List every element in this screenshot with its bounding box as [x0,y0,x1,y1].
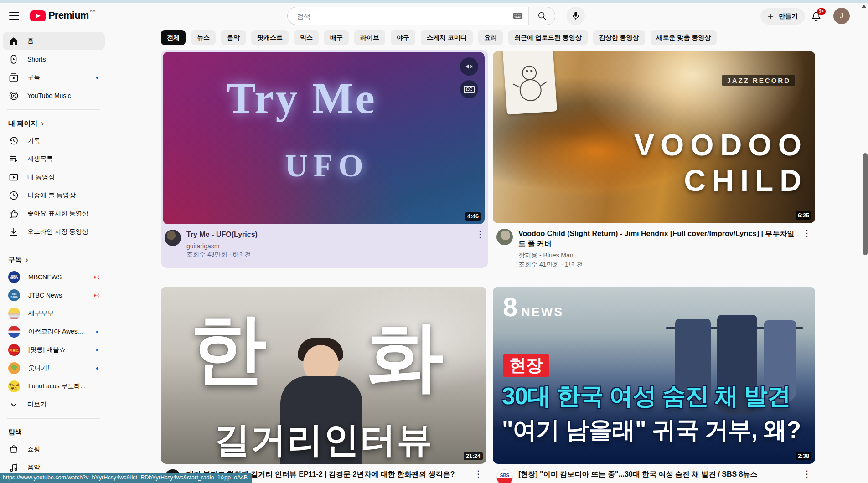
chip-watched[interactable]: 감상한 동영상 [593,30,645,45]
sidebar-channel-utdaga[interactable]: 웃다가! [3,359,105,377]
sidebar-channel-maebulshow[interactable]: 매불쇼 [팟빵] 매불쇼 [3,341,105,359]
download-icon [8,226,19,237]
video-title[interactable]: Voodoo Child (Slight Return) - Jimi Hend… [518,229,797,249]
sidebar-item-label: 기록 [27,137,40,145]
video-thumbnail[interactable]: 8 NEWS 현장 30대 한국 여성 숨진 채 발견 "여기 남을래" 귀국 … [493,287,815,464]
more-options-button[interactable]: ⋮ [474,469,483,483]
chip-live[interactable]: 라이브 [354,30,385,45]
live-icon [93,292,100,299]
channel-avatar[interactable] [496,229,513,245]
sidebar-item-label: 더보기 [27,401,46,409]
video-title[interactable]: Try Me - UFO(Lyrics) [186,230,258,240]
scrollbar-up-arrow[interactable] [862,5,866,8]
channel-avatar[interactable] [165,230,181,246]
chip-volleyball[interactable]: 배구 [324,30,349,45]
channel-name[interactable]: 장지용 - Blues Man [518,252,797,260]
chip-new-to-you[interactable]: 새로운 맞춤 동영상 [651,30,717,45]
chip-cooking[interactable]: 요리 [478,30,503,45]
sidebar-channel-jtbc-news[interactable]: jtbc news JTBC News [3,286,105,304]
sidebar-item-youtube-music[interactable]: YouTube Music [3,87,105,105]
mute-button[interactable] [460,57,478,76]
sidebar-item-subscriptions[interactable]: 구독 [3,68,105,87]
youtube-home-page: Premium KR 만들기 9+ J [0,0,868,483]
menu-button[interactable] [9,12,19,20]
scene-badge: 현장 [503,354,549,377]
captions-button[interactable]: CC [460,80,478,98]
search-input[interactable] [288,12,513,20]
sidebar-item-shorts[interactable]: Shorts [3,50,105,68]
sidebar-item-history[interactable]: 기록 [3,132,105,150]
thumbnail-text: VOODOO [634,128,808,162]
sidebar-channel-mbcnews[interactable]: mbc NEWS MBCNEWS [3,268,105,286]
logo-text: Premium [48,10,89,21]
sidebar-channel-lunolacus[interactable]: 루노 라쿠스 LunoLacus 루노라... [3,377,105,396]
sidebar-item-liked-videos[interactable]: 좋아요 표시한 동영상 [3,205,105,223]
chip-sketch-comedy[interactable]: 스케치 코미디 [421,30,473,45]
chip-recently-uploaded[interactable]: 최근에 업로드된 동영상 [508,30,588,45]
video-thumbnail[interactable]: 한 화 길거리인터뷰 21:24 [161,287,486,464]
chip-music[interactable]: 음악 [221,30,246,45]
channel-name: 세부부부 [28,309,54,318]
sidebar-item-shopping[interactable]: 쇼핑 [3,440,105,458]
sidebar-channel-sebubu[interactable]: 세부부부 [3,304,105,323]
sidebar-item-my-videos[interactable]: 내 동영상 [3,168,105,186]
video-thumbnail[interactable]: Try Me UFO CC 4:46 [163,52,485,224]
create-button[interactable]: 만들기 [760,8,805,25]
chip-podcasts[interactable]: 팟캐스트 [251,30,289,45]
home-icon [8,36,19,46]
voice-search-button[interactable] [567,7,585,25]
thumbnail-text: Try Me [227,73,377,123]
youtube-premium-logo[interactable]: Premium KR [30,10,96,21]
sidebar-item-label: 재생목록 [27,155,53,163]
sidebar-item-home[interactable]: 홈 [3,32,105,50]
more-options-button[interactable]: ⋮ [475,230,485,259]
avatar-text: SBS [500,473,510,478]
logo-text: 8 [503,294,517,320]
history-icon [8,135,19,146]
sidebar-item-watch-later[interactable]: 나중에 볼 동영상 [3,186,105,205]
sidebar-channel-awesome-korea[interactable]: 어썸코리아 Awes... [3,323,105,341]
duration-badge: 6:25 [796,211,811,220]
channel-avatar[interactable]: SBS [496,469,513,483]
create-button-label: 만들기 [779,12,798,21]
more-options-button[interactable]: ⋮ [802,229,811,269]
notifications-button[interactable]: 9+ [811,10,822,22]
channel-name[interactable]: guitarigasm [186,242,258,250]
sidebar-show-more[interactable]: 더보기 [3,396,105,414]
thumbnail-text: 한 [190,310,267,387]
logo-region: KR [90,9,96,13]
divider [7,246,100,246]
new-content-dot [96,331,98,333]
sidebar-item-label: 홈 [27,37,34,45]
sidebar-item-downloads[interactable]: 오프라인 저장 동영상 [3,223,105,241]
thumbnail-text: CHILD [684,163,808,198]
channel-avatar [8,362,20,374]
sidebar-section-my-page[interactable]: 내 페이지› [3,114,105,132]
channel-avatar: mbc NEWS [8,271,20,283]
account-avatar[interactable]: J [833,8,850,24]
scrollbar-thumb[interactable] [863,153,868,255]
keyboard-icon[interactable] [513,12,523,20]
sidebar-section-subscriptions[interactable]: 구독› [3,251,105,268]
channel-name: LunoLacus 루노라... [28,382,86,391]
youtube-play-icon [30,10,46,21]
sidebar: 홈 Shorts 구독 YouTube Music 내 페이지› 기록 재생목록 [3,32,105,477]
chip-baseball[interactable]: 야구 [391,30,415,45]
chip-mixes[interactable]: 믹스 [294,30,319,45]
thumbnail-sign-text: JAZZ RECORD [722,75,795,86]
chip-news[interactable]: 뉴스 [191,30,216,45]
video-title[interactable]: [현장] "이미 캄보디아 뜨는 중"...30대 한국 여성 숨진 채 발견 … [518,469,758,479]
sidebar-item-label: Shorts [27,56,46,63]
chip-all[interactable]: 전체 [161,30,186,45]
section-title: 구독 [8,256,22,264]
more-options-button[interactable]: ⋮ [802,469,811,483]
channel-avatar: jtbc news [8,289,20,301]
thumbnail-text: 화 [367,318,444,394]
search-bar [287,7,555,25]
snowman-drawing [502,51,557,115]
sidebar-item-playlists[interactable]: 재생목록 [3,150,105,168]
search-button[interactable] [528,7,555,25]
channel-name: 어썸코리아 Awes... [28,328,83,336]
header: Premium KR 만들기 9+ J [0,3,868,29]
video-thumbnail[interactable]: JAZZ RECORD VOODOO CHILD 6:25 [493,51,815,223]
